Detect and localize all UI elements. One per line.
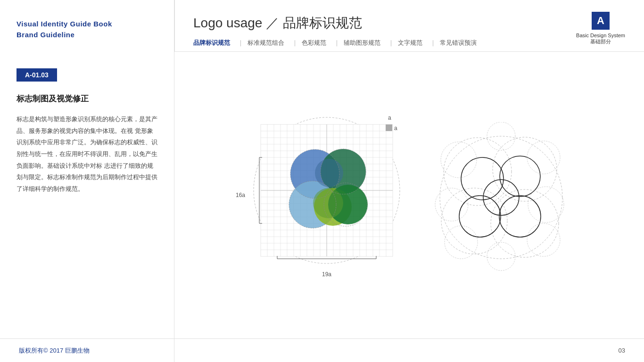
svg-point-67 <box>461 157 504 200</box>
header: Logo usage ／ 品牌标识规范 品牌标识规范 ｜ 标准规范组合 ｜ 色彩… <box>174 0 644 52</box>
tab-color[interactable]: 色彩规范 <box>302 39 334 47</box>
sidebar-title: Visual Identity Guide Book Brand Guideli… <box>17 19 157 40</box>
nav-sep-4: ｜ <box>388 39 394 47</box>
svg-point-69 <box>459 196 501 237</box>
circles-outline-svg <box>433 122 570 278</box>
svg-point-48 <box>313 188 343 218</box>
svg-text:a: a <box>388 115 391 121</box>
svg-point-73 <box>527 141 560 174</box>
tab-errors[interactable]: 常见错误预演 <box>440 39 484 47</box>
page-title-en: Logo usage <box>193 16 262 30</box>
svg-point-64 <box>493 137 557 201</box>
svg-point-72 <box>441 142 477 178</box>
sidebar: Visual Identity Guide Book Brand Guideli… <box>0 0 174 362</box>
measure-16a-label: 16a <box>236 192 245 198</box>
nav-tabs: 品牌标识规范 ｜ 标准规范组合 ｜ 色彩规范 ｜ 辅助图形规范 ｜ 文字规范 ｜… <box>193 39 625 47</box>
diagram-left-wrapper: 16a <box>249 113 405 278</box>
svg-point-66 <box>491 189 559 257</box>
tab-aux-shapes[interactable]: 辅助图形规范 <box>344 39 388 47</box>
section-heading: 标志制图及视觉修正 <box>17 93 157 104</box>
svg-point-79 <box>487 242 515 271</box>
badge-text1: Basic Design System <box>576 33 625 38</box>
badge-text2: 基础部分 <box>576 38 625 45</box>
footer: 版权所有© 2017 巨鹏生物 03 <box>0 338 644 362</box>
tab-brand-identity[interactable]: 品牌标识规范 <box>193 39 238 47</box>
diagram-right <box>433 122 570 268</box>
logo-grid-svg: a a <box>249 113 405 268</box>
svg-point-76 <box>445 226 478 259</box>
tab-typography[interactable]: 文字规范 <box>398 39 430 47</box>
footer-copyright: 版权所有© 2017 巨鹏生物 <box>19 346 90 355</box>
nav-sep-3: ｜ <box>334 39 340 47</box>
svg-point-47 <box>315 159 343 187</box>
page-title: Logo usage ／ 品牌标识规范 <box>193 14 625 32</box>
nav-sep-1: ｜ <box>238 39 244 47</box>
diagram-left: 16a <box>249 113 405 278</box>
footer-page-number: 03 <box>619 347 625 354</box>
page-title-sep: ／ <box>266 16 283 30</box>
measure-19a-label: 19a <box>249 271 405 278</box>
nav-sep-5: ｜ <box>430 39 436 47</box>
nav-sep-2: ｜ <box>292 39 298 47</box>
svg-point-75 <box>528 187 564 222</box>
badge-letter: A <box>592 12 610 30</box>
tab-standard-combo[interactable]: 标准规范组合 <box>248 39 292 47</box>
svg-point-68 <box>500 156 540 197</box>
svg-rect-59 <box>386 124 392 131</box>
section-badge: A-01.03 <box>17 68 57 82</box>
svg-text:a: a <box>394 125 397 132</box>
design-system-badge: A Basic Design System 基础部分 <box>576 12 625 45</box>
section-body: 标志是构筑与塑造形象识别系统的核心元素，是其产品、服务形象的视觉内容的集中体现。… <box>17 114 157 195</box>
svg-point-70 <box>499 196 541 237</box>
page-title-cn: 品牌标识规范 <box>283 16 362 30</box>
main-content: 16a <box>174 52 644 338</box>
